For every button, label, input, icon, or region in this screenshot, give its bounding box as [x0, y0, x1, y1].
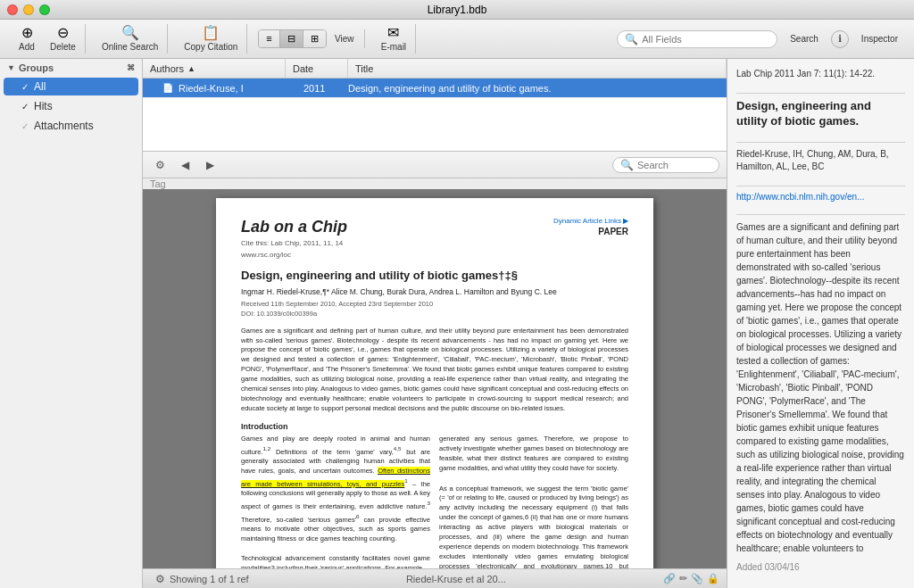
date-column-header[interactable]: Date — [286, 59, 348, 78]
insp-citation: Lab Chip 2011 Jan 7: 11(1): 14-22. — [736, 68, 905, 80]
search-icon: 🔍 — [625, 33, 638, 46]
ref-title: Design, engineering and utility of bioti… — [348, 83, 723, 94]
grid-view-button[interactable]: ⊞ — [303, 30, 326, 47]
authors-label: Authors — [150, 63, 184, 74]
showing-text: Showing 1 of 1 ref — [170, 574, 249, 584]
ref-year: 2011 — [303, 83, 348, 94]
insp-authors: Riedel-Kruse, IH, Chung, AM, Dura, B, Ha… — [736, 148, 905, 173]
title-label: Title — [355, 63, 373, 74]
sort-arrow: ▲ — [187, 64, 195, 73]
maximize-button[interactable] — [39, 4, 50, 15]
insp-divider-2 — [736, 142, 905, 143]
delete-label: Delete — [50, 42, 76, 52]
email-button[interactable]: ✉ E-mail — [376, 24, 411, 54]
search-label: Search — [790, 34, 818, 44]
gear-icon: ⚙ — [155, 159, 165, 171]
cmd-icon: ⌘ — [127, 63, 135, 72]
title-bar: Library1.bdb — [0, 0, 914, 20]
list-view-button[interactable]: ≡ — [259, 30, 279, 47]
pdf-body-left-cont: Technological advancement constantly fac… — [241, 554, 430, 568]
search-box[interactable]: 🔍 — [617, 30, 777, 48]
pdf-authors: Ingmar H. Riedel-Kruse,¶* Alice M. Chung… — [241, 287, 628, 298]
pdf-cite: Cite this: Lab Chip, 2011, 11, 14 — [241, 238, 347, 248]
search-icon: 🔍 — [121, 26, 139, 40]
pdf-doi: DOI: 10.1039/c0lc00399a — [241, 310, 628, 319]
main-layout: ▼ Groups ⌘ ✓ All ✓ Hits ✓ Attachments Au… — [0, 59, 914, 588]
insp-link[interactable]: http://www.ncbi.nlm.nih.gov/en... — [736, 192, 905, 202]
attach-icon[interactable]: 📎 — [691, 573, 703, 584]
email-group: ✉ E-mail — [372, 24, 416, 54]
link-icon[interactable]: 🔗 — [663, 573, 676, 584]
online-search-button[interactable]: 🔍 Online Search — [96, 24, 163, 54]
groups-header[interactable]: ▼ Groups ⌘ — [0, 59, 142, 77]
doc-search-input[interactable] — [637, 160, 711, 170]
column-header-bar: Authors ▲ Date Title — [143, 59, 727, 79]
view-group: ≡ ⊟ ⊞ View — [254, 29, 364, 48]
view-button[interactable]: View — [328, 32, 361, 46]
highlighted-text: Often distinctions are made between simu… — [241, 467, 430, 487]
toolbar: ⊕ Add ⊖ Delete 🔍 Online Search 📋 Copy Ci… — [0, 20, 914, 59]
ref-authors: Riedel-Kruse, I — [179, 83, 303, 94]
pdf-received: Received 11th September 2010, Accepted 2… — [241, 300, 628, 310]
window-controls — [7, 4, 50, 15]
inspector-button[interactable]: ℹ — [831, 30, 849, 48]
tag-area: Tag — [143, 178, 727, 189]
all-label: All — [34, 80, 46, 93]
hits-check: ✓ — [21, 102, 29, 112]
delete-icon: ⊖ — [57, 26, 69, 40]
lock-icon[interactable]: 🔒 — [707, 573, 719, 584]
pdf-body-right-cont: As a conceptual framework, we suggest th… — [439, 484, 628, 569]
prev-page-button[interactable]: ◀ — [175, 155, 195, 175]
table-row[interactable]: 📄 Riedel-Kruse, I 2011 Design, engineeri… — [143, 79, 727, 98]
pdf-abstract: Games are a significant and defining par… — [241, 327, 628, 414]
sidebar-item-all[interactable]: ✓ All — [4, 78, 138, 95]
copy-citation-label: Copy Citation — [184, 42, 237, 52]
search-input[interactable] — [642, 34, 769, 45]
inspector-text: Inspector — [861, 34, 898, 44]
search-group: 🔍 Online Search — [93, 24, 168, 54]
sidebar-item-attachments[interactable]: ✓ Attachments — [4, 117, 138, 135]
groups-chevron: ▼ — [7, 63, 15, 72]
citation-group: 📋 Copy Citation — [175, 24, 247, 54]
email-label: E-mail — [381, 42, 406, 52]
title-column-header[interactable]: Title — [348, 59, 727, 78]
bottom-bar-right: 🔗 ✏ 📎 🔒 — [663, 573, 719, 584]
authors-column-header[interactable]: Authors ▲ — [143, 59, 286, 78]
search-label-button[interactable]: Search — [785, 32, 824, 46]
minimize-button[interactable] — [23, 4, 34, 15]
pdf-journal: Lab on a Chip — [241, 216, 347, 238]
online-search-label: Online Search — [102, 42, 158, 52]
doc-settings-button[interactable]: ⚙ — [150, 155, 170, 175]
intro-heading: Introduction — [241, 421, 628, 433]
pdf-col-right: generated any serious games. Therefore, … — [439, 435, 628, 568]
groups-label: Groups — [19, 62, 54, 73]
content-area: Authors ▲ Date Title 📄 Riedel-Kruse, I 2… — [143, 59, 727, 588]
center-ref-text: Riedel-Kruse et al 20... — [249, 574, 663, 584]
tag-label: Tag — [150, 178, 166, 189]
pdf-paper-badge: PAPER — [553, 226, 628, 238]
next-page-button[interactable]: ▶ — [200, 155, 220, 175]
insp-added: Added 03/04/16 — [736, 562, 905, 572]
sidebar-item-hits[interactable]: ✓ Hits — [4, 97, 138, 115]
sidebar: ▼ Groups ⌘ ✓ All ✓ Hits ✓ Attachments — [0, 59, 143, 588]
pdf-page: Lab on a Chip Cite this: Lab Chip, 2011,… — [216, 198, 653, 568]
doc-content[interactable]: Lab on a Chip Cite this: Lab Chip, 2011,… — [143, 189, 727, 568]
close-button[interactable] — [7, 4, 18, 15]
pdf-body-left: Games and play are deeply rooted in anim… — [241, 435, 430, 568]
window-title: Library1.bdb — [428, 4, 487, 16]
insp-abstract: Games are a significant and defining par… — [736, 220, 905, 555]
split-view-button[interactable]: ⊟ — [280, 30, 303, 47]
attachments-label: Attachments — [34, 120, 94, 132]
edit-icon[interactable]: ✏ — [679, 573, 687, 584]
add-button[interactable]: ⊕ Add — [11, 24, 43, 54]
inspector-panel: Lab Chip 2011 Jan 7: 11(1): 14-22. Desig… — [727, 59, 914, 588]
doc-search-box[interactable]: 🔍 — [612, 157, 719, 173]
bottom-settings-button[interactable]: ⚙ — [150, 569, 170, 589]
add-group: ⊕ Add ⊖ Delete — [7, 24, 86, 54]
insp-divider-3 — [736, 186, 905, 186]
inspector-label[interactable]: Inspector — [856, 32, 903, 46]
copy-citation-button[interactable]: 📋 Copy Citation — [179, 24, 243, 54]
delete-button[interactable]: ⊖ Delete — [45, 24, 81, 54]
view-segment: ≡ ⊟ ⊞ — [258, 29, 326, 48]
pdf-dynamic-link: Dynamic Article Links ▶ — [553, 216, 628, 226]
